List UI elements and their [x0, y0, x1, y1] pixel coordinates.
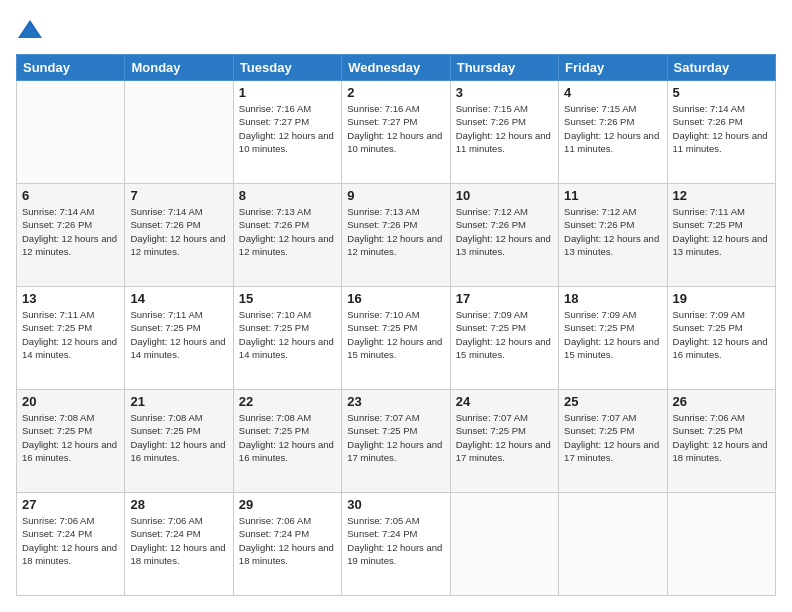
calendar-cell: 20Sunrise: 7:08 AMSunset: 7:25 PMDayligh… [17, 390, 125, 493]
calendar-cell: 10Sunrise: 7:12 AMSunset: 7:26 PMDayligh… [450, 184, 558, 287]
cell-sun-info: Sunrise: 7:07 AMSunset: 7:25 PMDaylight:… [456, 411, 553, 464]
page: SundayMondayTuesdayWednesdayThursdayFrid… [0, 0, 792, 612]
weekday-header: Thursday [450, 55, 558, 81]
calendar-cell: 26Sunrise: 7:06 AMSunset: 7:25 PMDayligh… [667, 390, 775, 493]
weekday-header: Saturday [667, 55, 775, 81]
weekday-header: Monday [125, 55, 233, 81]
cell-day-number: 5 [673, 85, 770, 100]
cell-sun-info: Sunrise: 7:09 AMSunset: 7:25 PMDaylight:… [456, 308, 553, 361]
cell-day-number: 16 [347, 291, 444, 306]
cell-sun-info: Sunrise: 7:08 AMSunset: 7:25 PMDaylight:… [22, 411, 119, 464]
calendar-cell [17, 81, 125, 184]
calendar-cell: 15Sunrise: 7:10 AMSunset: 7:25 PMDayligh… [233, 287, 341, 390]
cell-sun-info: Sunrise: 7:14 AMSunset: 7:26 PMDaylight:… [22, 205, 119, 258]
cell-sun-info: Sunrise: 7:08 AMSunset: 7:25 PMDaylight:… [239, 411, 336, 464]
cell-day-number: 26 [673, 394, 770, 409]
calendar-cell: 28Sunrise: 7:06 AMSunset: 7:24 PMDayligh… [125, 493, 233, 596]
cell-day-number: 7 [130, 188, 227, 203]
calendar-cell: 25Sunrise: 7:07 AMSunset: 7:25 PMDayligh… [559, 390, 667, 493]
calendar-cell: 7Sunrise: 7:14 AMSunset: 7:26 PMDaylight… [125, 184, 233, 287]
calendar-cell: 6Sunrise: 7:14 AMSunset: 7:26 PMDaylight… [17, 184, 125, 287]
cell-day-number: 29 [239, 497, 336, 512]
cell-day-number: 11 [564, 188, 661, 203]
cell-sun-info: Sunrise: 7:10 AMSunset: 7:25 PMDaylight:… [347, 308, 444, 361]
calendar-cell: 14Sunrise: 7:11 AMSunset: 7:25 PMDayligh… [125, 287, 233, 390]
cell-sun-info: Sunrise: 7:06 AMSunset: 7:24 PMDaylight:… [239, 514, 336, 567]
cell-sun-info: Sunrise: 7:16 AMSunset: 7:27 PMDaylight:… [239, 102, 336, 155]
cell-day-number: 21 [130, 394, 227, 409]
weekday-header: Friday [559, 55, 667, 81]
cell-sun-info: Sunrise: 7:13 AMSunset: 7:26 PMDaylight:… [347, 205, 444, 258]
cell-day-number: 25 [564, 394, 661, 409]
cell-day-number: 2 [347, 85, 444, 100]
cell-sun-info: Sunrise: 7:12 AMSunset: 7:26 PMDaylight:… [456, 205, 553, 258]
cell-sun-info: Sunrise: 7:11 AMSunset: 7:25 PMDaylight:… [673, 205, 770, 258]
cell-sun-info: Sunrise: 7:14 AMSunset: 7:26 PMDaylight:… [673, 102, 770, 155]
calendar-cell: 21Sunrise: 7:08 AMSunset: 7:25 PMDayligh… [125, 390, 233, 493]
cell-day-number: 14 [130, 291, 227, 306]
calendar-cell: 1Sunrise: 7:16 AMSunset: 7:27 PMDaylight… [233, 81, 341, 184]
cell-day-number: 15 [239, 291, 336, 306]
cell-day-number: 3 [456, 85, 553, 100]
cell-sun-info: Sunrise: 7:08 AMSunset: 7:25 PMDaylight:… [130, 411, 227, 464]
cell-day-number: 10 [456, 188, 553, 203]
cell-sun-info: Sunrise: 7:06 AMSunset: 7:24 PMDaylight:… [22, 514, 119, 567]
weekday-header: Sunday [17, 55, 125, 81]
weekday-header: Wednesday [342, 55, 450, 81]
calendar-cell [125, 81, 233, 184]
cell-sun-info: Sunrise: 7:12 AMSunset: 7:26 PMDaylight:… [564, 205, 661, 258]
calendar-cell: 9Sunrise: 7:13 AMSunset: 7:26 PMDaylight… [342, 184, 450, 287]
cell-day-number: 22 [239, 394, 336, 409]
cell-sun-info: Sunrise: 7:05 AMSunset: 7:24 PMDaylight:… [347, 514, 444, 567]
cell-sun-info: Sunrise: 7:13 AMSunset: 7:26 PMDaylight:… [239, 205, 336, 258]
calendar-cell: 2Sunrise: 7:16 AMSunset: 7:27 PMDaylight… [342, 81, 450, 184]
cell-day-number: 24 [456, 394, 553, 409]
calendar-cell: 22Sunrise: 7:08 AMSunset: 7:25 PMDayligh… [233, 390, 341, 493]
calendar-cell: 17Sunrise: 7:09 AMSunset: 7:25 PMDayligh… [450, 287, 558, 390]
calendar-cell: 30Sunrise: 7:05 AMSunset: 7:24 PMDayligh… [342, 493, 450, 596]
weekday-header: Tuesday [233, 55, 341, 81]
cell-sun-info: Sunrise: 7:15 AMSunset: 7:26 PMDaylight:… [456, 102, 553, 155]
calendar-cell [559, 493, 667, 596]
calendar-cell: 27Sunrise: 7:06 AMSunset: 7:24 PMDayligh… [17, 493, 125, 596]
cell-sun-info: Sunrise: 7:06 AMSunset: 7:25 PMDaylight:… [673, 411, 770, 464]
cell-day-number: 1 [239, 85, 336, 100]
logo [16, 16, 48, 44]
cell-day-number: 8 [239, 188, 336, 203]
calendar-cell: 3Sunrise: 7:15 AMSunset: 7:26 PMDaylight… [450, 81, 558, 184]
cell-sun-info: Sunrise: 7:10 AMSunset: 7:25 PMDaylight:… [239, 308, 336, 361]
cell-day-number: 18 [564, 291, 661, 306]
cell-sun-info: Sunrise: 7:09 AMSunset: 7:25 PMDaylight:… [673, 308, 770, 361]
header [16, 16, 776, 44]
calendar-cell: 16Sunrise: 7:10 AMSunset: 7:25 PMDayligh… [342, 287, 450, 390]
calendar-cell: 23Sunrise: 7:07 AMSunset: 7:25 PMDayligh… [342, 390, 450, 493]
calendar-cell: 8Sunrise: 7:13 AMSunset: 7:26 PMDaylight… [233, 184, 341, 287]
cell-day-number: 19 [673, 291, 770, 306]
calendar-cell: 24Sunrise: 7:07 AMSunset: 7:25 PMDayligh… [450, 390, 558, 493]
cell-day-number: 4 [564, 85, 661, 100]
cell-day-number: 9 [347, 188, 444, 203]
cell-day-number: 17 [456, 291, 553, 306]
cell-sun-info: Sunrise: 7:07 AMSunset: 7:25 PMDaylight:… [564, 411, 661, 464]
calendar-cell: 19Sunrise: 7:09 AMSunset: 7:25 PMDayligh… [667, 287, 775, 390]
calendar-cell [450, 493, 558, 596]
cell-sun-info: Sunrise: 7:16 AMSunset: 7:27 PMDaylight:… [347, 102, 444, 155]
calendar-cell: 5Sunrise: 7:14 AMSunset: 7:26 PMDaylight… [667, 81, 775, 184]
cell-day-number: 12 [673, 188, 770, 203]
cell-day-number: 27 [22, 497, 119, 512]
calendar-cell: 29Sunrise: 7:06 AMSunset: 7:24 PMDayligh… [233, 493, 341, 596]
calendar-cell [667, 493, 775, 596]
logo-icon [16, 16, 44, 44]
cell-day-number: 6 [22, 188, 119, 203]
cell-sun-info: Sunrise: 7:14 AMSunset: 7:26 PMDaylight:… [130, 205, 227, 258]
cell-sun-info: Sunrise: 7:11 AMSunset: 7:25 PMDaylight:… [22, 308, 119, 361]
cell-day-number: 30 [347, 497, 444, 512]
cell-sun-info: Sunrise: 7:07 AMSunset: 7:25 PMDaylight:… [347, 411, 444, 464]
calendar-cell: 4Sunrise: 7:15 AMSunset: 7:26 PMDaylight… [559, 81, 667, 184]
cell-sun-info: Sunrise: 7:09 AMSunset: 7:25 PMDaylight:… [564, 308, 661, 361]
calendar-cell: 13Sunrise: 7:11 AMSunset: 7:25 PMDayligh… [17, 287, 125, 390]
cell-sun-info: Sunrise: 7:11 AMSunset: 7:25 PMDaylight:… [130, 308, 227, 361]
cell-day-number: 28 [130, 497, 227, 512]
calendar-table: SundayMondayTuesdayWednesdayThursdayFrid… [16, 54, 776, 596]
cell-sun-info: Sunrise: 7:06 AMSunset: 7:24 PMDaylight:… [130, 514, 227, 567]
